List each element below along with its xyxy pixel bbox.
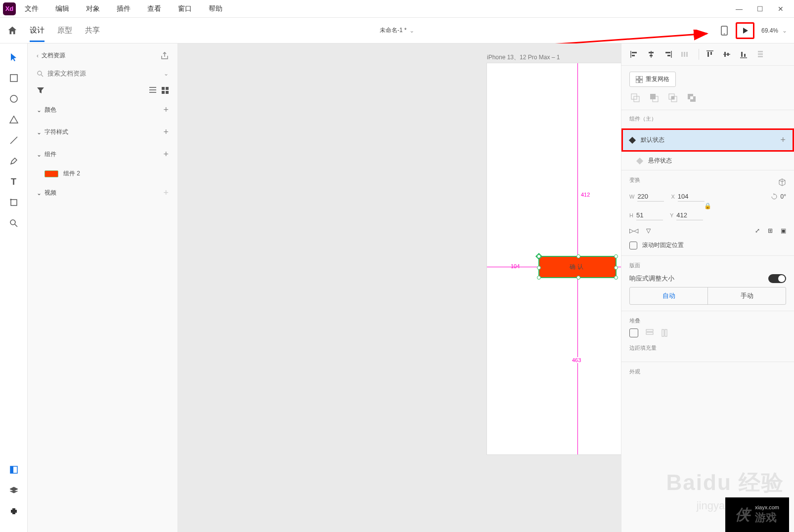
- pen-tool[interactable]: [5, 152, 23, 170]
- tab-prototype[interactable]: 原型: [57, 19, 72, 42]
- distribute-h-icon[interactable]: [678, 48, 692, 60]
- svg-line-5: [10, 137, 17, 144]
- menu-bar: 文件 编辑 对象 插件 查看 窗口 帮助: [25, 4, 239, 13]
- section-char-styles[interactable]: ⌄字符样式+: [35, 121, 171, 143]
- polygon-tool[interactable]: [5, 111, 23, 128]
- boolean-subtract-icon[interactable]: [648, 92, 660, 104]
- svg-rect-58: [646, 332, 653, 334]
- responsive-manual[interactable]: 手动: [707, 287, 786, 304]
- boolean-union-icon[interactable]: [629, 92, 641, 104]
- lock-icon[interactable]: 🔒: [629, 203, 786, 209]
- align-right-icon[interactable]: [661, 48, 675, 60]
- window-maximize-button[interactable]: ☐: [750, 0, 770, 18]
- artboard-name[interactable]: iPhone 13、12 Pro Max – 1: [487, 53, 560, 62]
- responsive-toggle[interactable]: [768, 274, 786, 283]
- 3d-icon[interactable]: [778, 178, 786, 186]
- svg-rect-16: [166, 87, 169, 90]
- distribute-v-icon[interactable]: [753, 48, 767, 60]
- align-top-icon[interactable]: [703, 48, 717, 60]
- ellipse-tool[interactable]: [5, 90, 23, 108]
- window-minimize-button[interactable]: —: [729, 0, 750, 18]
- select-tool[interactable]: [5, 48, 23, 66]
- tab-share[interactable]: 共享: [85, 19, 100, 42]
- desktop-preview-button[interactable]: [736, 22, 754, 39]
- svg-point-13: [38, 71, 42, 75]
- device-preview-button[interactable]: [715, 22, 734, 39]
- align-bottom-icon[interactable]: [737, 48, 750, 60]
- component-item[interactable]: 组件 2: [35, 165, 171, 182]
- flip-h-icon[interactable]: ▷◁: [629, 227, 638, 234]
- transform-rotation[interactable]: 0°: [781, 193, 786, 200]
- svg-rect-15: [162, 87, 165, 90]
- zoom-level[interactable]: 69.4% ⌄: [761, 27, 787, 34]
- grid-view-icon[interactable]: [162, 87, 169, 94]
- align-left-icon[interactable]: [627, 48, 641, 60]
- section-video[interactable]: ⌄视频+: [35, 182, 171, 204]
- assets-search[interactable]: ⌄: [35, 67, 171, 80]
- assets-panel-button[interactable]: [5, 461, 23, 479]
- svg-rect-57: [646, 329, 653, 331]
- add-component-button[interactable]: +: [163, 149, 169, 160]
- menu-plugins[interactable]: 插件: [117, 4, 131, 13]
- align-vcenter-icon[interactable]: [720, 48, 734, 60]
- artboard-tool[interactable]: [5, 194, 23, 211]
- mode-bar: 设计 原型 共享 未命名-1 * ⌄ 69.4% ⌄: [0, 18, 794, 43]
- text-tool[interactable]: T: [5, 173, 23, 191]
- transform-h[interactable]: 51: [636, 210, 663, 220]
- stack-enable-checkbox[interactable]: [629, 328, 638, 337]
- menu-view[interactable]: 查看: [147, 4, 161, 13]
- section-colors[interactable]: ⌄颜色+: [35, 99, 171, 121]
- line-tool[interactable]: [5, 131, 23, 149]
- window-close-button[interactable]: ✕: [770, 0, 791, 18]
- menu-object[interactable]: 对象: [86, 4, 100, 13]
- scale-icon[interactable]: ⤢: [755, 227, 760, 234]
- transform-x[interactable]: 104: [678, 192, 705, 202]
- filter-icon[interactable]: [37, 87, 44, 94]
- add-state-button[interactable]: +: [780, 135, 786, 145]
- transform-w[interactable]: 220: [637, 192, 664, 202]
- responsive-auto[interactable]: 自动: [630, 287, 707, 304]
- align-hcenter-icon[interactable]: [644, 48, 658, 60]
- chevron-left-icon[interactable]: ‹: [37, 52, 39, 59]
- svg-rect-24: [650, 55, 653, 56]
- layers-panel-button[interactable]: [5, 482, 23, 499]
- stack-horizontal-icon[interactable]: [661, 328, 670, 337]
- repeat-grid-button[interactable]: 重复网格: [629, 72, 676, 87]
- list-view-icon[interactable]: [149, 87, 157, 93]
- zoom-tool[interactable]: [5, 214, 23, 232]
- transform-y[interactable]: 412: [676, 210, 703, 220]
- svg-rect-59: [662, 329, 664, 336]
- menu-window[interactable]: 窗口: [178, 4, 192, 13]
- menu-edit[interactable]: 编辑: [55, 4, 69, 13]
- state-hover[interactable]: 悬停状态: [621, 152, 794, 170]
- svg-line-10: [15, 224, 17, 227]
- selected-button-component[interactable]: 确认: [538, 256, 617, 278]
- svg-rect-17: [162, 91, 165, 94]
- layout-align-icon[interactable]: ⊞: [768, 227, 773, 234]
- home-icon[interactable]: [7, 25, 18, 36]
- stack-vertical-icon[interactable]: [645, 328, 654, 337]
- flip-v-icon[interactable]: ▽: [646, 227, 651, 234]
- menu-help[interactable]: 帮助: [209, 4, 222, 13]
- plugins-panel-button[interactable]: [5, 502, 23, 520]
- app-logo-icon: Xd: [3, 2, 16, 15]
- assets-search-input[interactable]: [47, 70, 164, 77]
- boolean-exclude-icon[interactable]: [686, 92, 698, 104]
- document-name[interactable]: 未命名-1 * ⌄: [380, 26, 415, 35]
- canvas[interactable]: iPhone 13、12 Pro Max – 1 412 104 104 463…: [178, 43, 621, 532]
- artboard[interactable]: 412 104 104 463 确认: [487, 63, 621, 454]
- section-components[interactable]: ⌄组件+: [35, 143, 171, 165]
- add-video-button[interactable]: +: [163, 188, 169, 198]
- constraint-icon[interactable]: ▣: [781, 227, 786, 234]
- rectangle-tool[interactable]: [5, 69, 23, 87]
- add-color-button[interactable]: +: [163, 105, 169, 115]
- state-default[interactable]: 默认状态 +: [621, 128, 794, 152]
- menu-file[interactable]: 文件: [25, 4, 39, 13]
- boolean-intersect-icon[interactable]: [667, 92, 679, 104]
- add-charstyle-button[interactable]: +: [163, 127, 169, 137]
- share-icon[interactable]: [161, 52, 169, 60]
- tab-design[interactable]: 设计: [30, 19, 44, 42]
- fix-on-scroll-checkbox[interactable]: 滚动时固定位置: [629, 241, 786, 249]
- chevron-down-icon: ⌄: [782, 27, 787, 34]
- svg-rect-18: [166, 91, 169, 94]
